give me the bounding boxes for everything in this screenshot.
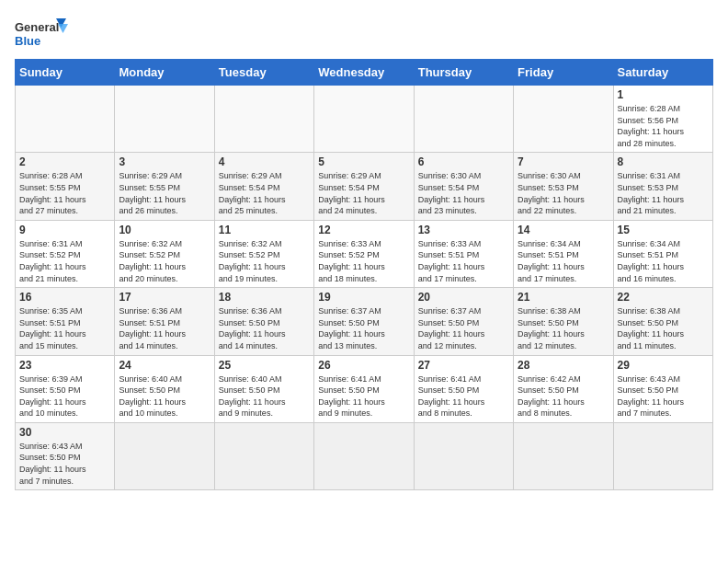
day-info: Sunrise: 6:38 AM Sunset: 5:50 PM Dayligh… (518, 305, 609, 351)
calendar-cell (613, 422, 712, 489)
column-header-saturday: Saturday (613, 60, 712, 86)
day-number: 3 (119, 155, 210, 168)
day-info: Sunrise: 6:36 AM Sunset: 5:51 PM Dayligh… (119, 305, 210, 351)
calendar-cell (514, 422, 613, 489)
day-info: Sunrise: 6:33 AM Sunset: 5:52 PM Dayligh… (318, 238, 409, 284)
column-header-wednesday: Wednesday (314, 60, 414, 86)
calendar-week-row: 23Sunrise: 6:39 AM Sunset: 5:50 PM Dayli… (16, 355, 713, 422)
calendar-cell (314, 422, 414, 489)
day-info: Sunrise: 6:31 AM Sunset: 5:52 PM Dayligh… (19, 238, 110, 284)
calendar-cell: 30Sunrise: 6:43 AM Sunset: 5:50 PM Dayli… (16, 422, 115, 489)
calendar-cell: 1Sunrise: 6:28 AM Sunset: 5:56 PM Daylig… (613, 86, 712, 153)
calendar-cell: 5Sunrise: 6:29 AM Sunset: 5:54 PM Daylig… (314, 153, 414, 220)
day-info: Sunrise: 6:40 AM Sunset: 5:50 PM Dayligh… (119, 373, 210, 419)
calendar-week-row: 1Sunrise: 6:28 AM Sunset: 5:56 PM Daylig… (16, 86, 713, 153)
calendar-cell: 16Sunrise: 6:35 AM Sunset: 5:51 PM Dayli… (16, 288, 115, 355)
day-info: Sunrise: 6:38 AM Sunset: 5:50 PM Dayligh… (618, 305, 709, 351)
logo: General Blue (15, 15, 70, 52)
svg-text:Blue: Blue (15, 34, 40, 48)
column-header-sunday: Sunday (16, 60, 115, 86)
calendar-cell (414, 422, 513, 489)
calendar-cell (115, 86, 214, 153)
day-number: 16 (19, 291, 110, 304)
column-header-tuesday: Tuesday (214, 60, 313, 86)
calendar-cell: 12Sunrise: 6:33 AM Sunset: 5:52 PM Dayli… (314, 220, 414, 287)
calendar-cell: 24Sunrise: 6:40 AM Sunset: 5:50 PM Dayli… (115, 355, 214, 422)
day-info: Sunrise: 6:34 AM Sunset: 5:51 PM Dayligh… (518, 238, 609, 284)
day-info: Sunrise: 6:29 AM Sunset: 5:54 PM Dayligh… (219, 170, 310, 216)
calendar-cell: 28Sunrise: 6:42 AM Sunset: 5:50 PM Dayli… (514, 355, 613, 422)
calendar-cell: 3Sunrise: 6:29 AM Sunset: 5:55 PM Daylig… (115, 153, 214, 220)
day-number: 10 (119, 224, 210, 236)
day-number: 22 (618, 291, 709, 304)
calendar: SundayMondayTuesdayWednesdayThursdayFrid… (15, 59, 713, 490)
day-info: Sunrise: 6:29 AM Sunset: 5:55 PM Dayligh… (119, 170, 210, 216)
day-info: Sunrise: 6:33 AM Sunset: 5:51 PM Dayligh… (418, 238, 509, 284)
calendar-cell: 7Sunrise: 6:30 AM Sunset: 5:53 PM Daylig… (514, 153, 613, 220)
column-header-thursday: Thursday (414, 60, 513, 86)
day-number: 17 (119, 291, 210, 304)
day-info: Sunrise: 6:28 AM Sunset: 5:56 PM Dayligh… (618, 103, 709, 149)
day-info: Sunrise: 6:41 AM Sunset: 5:50 PM Dayligh… (318, 373, 409, 419)
day-info: Sunrise: 6:30 AM Sunset: 5:53 PM Dayligh… (518, 170, 609, 216)
day-number: 9 (19, 224, 110, 236)
calendar-cell: 10Sunrise: 6:32 AM Sunset: 5:52 PM Dayli… (115, 220, 214, 287)
day-number: 13 (418, 224, 509, 236)
day-number: 19 (318, 291, 409, 304)
day-info: Sunrise: 6:41 AM Sunset: 5:50 PM Dayligh… (418, 373, 509, 419)
page-header: General Blue (15, 15, 713, 52)
day-number: 4 (219, 155, 310, 168)
day-number: 30 (19, 426, 110, 439)
calendar-cell: 21Sunrise: 6:38 AM Sunset: 5:50 PM Dayli… (514, 288, 613, 355)
day-number: 12 (318, 224, 409, 236)
calendar-cell: 6Sunrise: 6:30 AM Sunset: 5:54 PM Daylig… (414, 153, 513, 220)
calendar-cell: 9Sunrise: 6:31 AM Sunset: 5:52 PM Daylig… (16, 220, 115, 287)
day-info: Sunrise: 6:39 AM Sunset: 5:50 PM Dayligh… (19, 373, 110, 419)
logo-svg: General Blue (15, 15, 70, 52)
calendar-cell (115, 422, 214, 489)
calendar-week-row: 16Sunrise: 6:35 AM Sunset: 5:51 PM Dayli… (16, 288, 713, 355)
day-number: 7 (518, 155, 609, 168)
day-number: 23 (19, 359, 110, 372)
calendar-week-row: 9Sunrise: 6:31 AM Sunset: 5:52 PM Daylig… (16, 220, 713, 287)
calendar-cell: 18Sunrise: 6:36 AM Sunset: 5:50 PM Dayli… (214, 288, 313, 355)
day-number: 21 (518, 291, 609, 304)
calendar-cell: 4Sunrise: 6:29 AM Sunset: 5:54 PM Daylig… (214, 153, 313, 220)
svg-text:General: General (15, 20, 59, 34)
calendar-cell: 26Sunrise: 6:41 AM Sunset: 5:50 PM Dayli… (314, 355, 414, 422)
calendar-cell: 14Sunrise: 6:34 AM Sunset: 5:51 PM Dayli… (514, 220, 613, 287)
day-info: Sunrise: 6:43 AM Sunset: 5:50 PM Dayligh… (618, 373, 709, 419)
day-info: Sunrise: 6:43 AM Sunset: 5:50 PM Dayligh… (19, 441, 110, 487)
day-number: 5 (318, 155, 409, 168)
calendar-cell: 13Sunrise: 6:33 AM Sunset: 5:51 PM Dayli… (414, 220, 513, 287)
day-number: 28 (518, 359, 609, 372)
day-number: 14 (518, 224, 609, 236)
day-number: 18 (219, 291, 310, 304)
calendar-cell (16, 86, 115, 153)
day-info: Sunrise: 6:40 AM Sunset: 5:50 PM Dayligh… (219, 373, 310, 419)
day-info: Sunrise: 6:36 AM Sunset: 5:50 PM Dayligh… (219, 305, 310, 351)
calendar-cell (514, 86, 613, 153)
day-number: 24 (119, 359, 210, 372)
calendar-cell (314, 86, 414, 153)
calendar-cell: 8Sunrise: 6:31 AM Sunset: 5:53 PM Daylig… (613, 153, 712, 220)
day-info: Sunrise: 6:32 AM Sunset: 5:52 PM Dayligh… (119, 238, 210, 284)
day-info: Sunrise: 6:30 AM Sunset: 5:54 PM Dayligh… (418, 170, 509, 216)
calendar-cell: 25Sunrise: 6:40 AM Sunset: 5:50 PM Dayli… (214, 355, 313, 422)
day-number: 6 (418, 155, 509, 168)
calendar-cell (214, 86, 313, 153)
day-number: 25 (219, 359, 310, 372)
day-number: 8 (618, 155, 709, 168)
calendar-cell: 29Sunrise: 6:43 AM Sunset: 5:50 PM Dayli… (613, 355, 712, 422)
day-info: Sunrise: 6:32 AM Sunset: 5:52 PM Dayligh… (219, 238, 310, 284)
calendar-header-row: SundayMondayTuesdayWednesdayThursdayFrid… (16, 60, 713, 86)
day-info: Sunrise: 6:37 AM Sunset: 5:50 PM Dayligh… (418, 305, 509, 351)
day-number: 2 (19, 155, 110, 168)
day-info: Sunrise: 6:28 AM Sunset: 5:55 PM Dayligh… (19, 170, 110, 216)
day-number: 20 (418, 291, 509, 304)
day-number: 29 (618, 359, 709, 372)
calendar-week-row: 30Sunrise: 6:43 AM Sunset: 5:50 PM Dayli… (16, 422, 713, 489)
calendar-cell: 27Sunrise: 6:41 AM Sunset: 5:50 PM Dayli… (414, 355, 513, 422)
day-info: Sunrise: 6:37 AM Sunset: 5:50 PM Dayligh… (318, 305, 409, 351)
day-number: 26 (318, 359, 409, 372)
